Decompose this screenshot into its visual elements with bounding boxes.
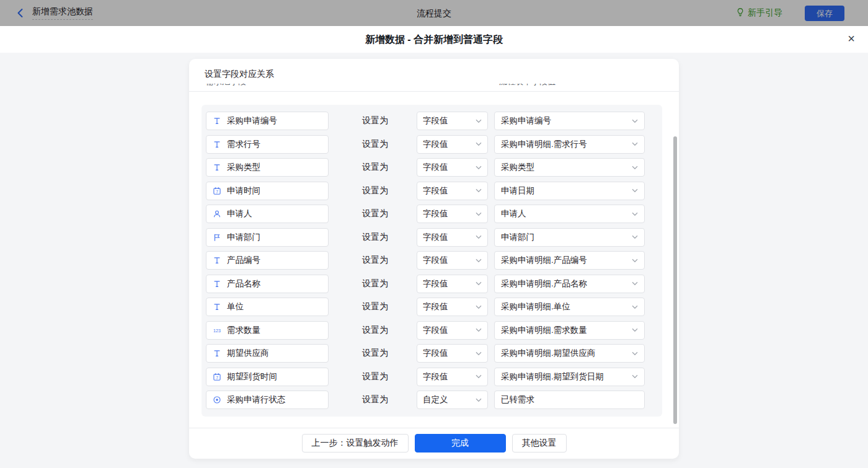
value-text-input[interactable]: 已转需求	[494, 391, 645, 409]
target-field-box[interactable]: 申请部门	[206, 228, 329, 247]
text-field-icon	[212, 117, 222, 125]
value-select[interactable]: 采购申请明细.期望供应商	[494, 344, 645, 363]
header-divider	[189, 91, 679, 92]
mode-select-value: 字段值	[423, 255, 448, 266]
value-select[interactable]: 采购类型	[494, 158, 645, 177]
beginner-guide-link[interactable]: 新手引导	[736, 0, 782, 26]
value-select-value: 采购申请明细.需求数量	[501, 325, 587, 336]
mode-select-value: 自定义	[423, 394, 448, 405]
value-select-value: 采购申请明细.产品编号	[501, 255, 587, 266]
target-field-box[interactable]: 123 需求数量	[206, 321, 329, 340]
save-button[interactable]: 保存	[805, 6, 844, 21]
mode-select[interactable]: 自定义	[417, 391, 488, 409]
mapping-row: 单位 设置为 字段值 采购申请明细.单位	[206, 298, 662, 316]
mapping-row: 期望供应商 设置为 字段值 采购申请明细.期望供应商	[206, 344, 662, 363]
mode-select-value: 字段值	[423, 115, 448, 126]
chevron-down-icon	[632, 235, 638, 239]
finish-button[interactable]: 完成	[415, 434, 506, 453]
text-field-icon	[212, 140, 222, 149]
mapping-row: 需求行号 设置为 字段值 采购申请明细.需求行号	[206, 135, 662, 154]
mode-select[interactable]: 字段值	[417, 251, 488, 270]
mode-select[interactable]: 字段值	[417, 298, 488, 316]
mode-select[interactable]: 字段值	[417, 275, 488, 293]
set-as-label: 设置为	[362, 371, 389, 382]
set-as-label: 设置为	[362, 325, 389, 336]
target-field-box[interactable]: 需求行号	[206, 135, 329, 154]
mode-select[interactable]: 字段值	[417, 368, 488, 386]
value-select[interactable]: 申请部门	[494, 228, 645, 247]
chevron-down-icon	[632, 281, 638, 286]
field-label: 申请时间	[227, 185, 260, 196]
mapping-row: 采购申请行状态 设置为 自定义 已转需求	[206, 391, 662, 409]
calendar-field-icon: 7	[212, 373, 222, 381]
value-select[interactable]: 采购申请明细.产品编号	[494, 251, 645, 270]
mode-select[interactable]: 字段值	[417, 344, 488, 363]
other-settings-button[interactable]: 其他设置	[512, 434, 567, 453]
value-select[interactable]: 申请日期	[494, 182, 645, 200]
field-label: 期望到货时间	[227, 371, 277, 382]
mode-select[interactable]: 字段值	[417, 158, 488, 177]
field-label: 期望供应商	[227, 348, 269, 359]
vertical-scrollbar-thumb[interactable]	[673, 136, 677, 424]
target-field-box[interactable]: 申请人	[206, 205, 329, 223]
target-field-box[interactable]: 采购类型	[206, 158, 329, 177]
mapping-row: 产品编号 设置为 字段值 采购申请明细.产品编号	[206, 251, 662, 270]
mode-select-value: 字段值	[423, 185, 448, 196]
mode-select[interactable]: 字段值	[417, 321, 488, 340]
modal-body: 设置字段对应关系 需求池字段 流程表单字段值 采购申请编号 设置为 字段值 采购…	[0, 53, 868, 468]
field-label: 产品名称	[227, 278, 260, 289]
field-label: 需求数量	[227, 325, 260, 336]
chevron-down-icon	[632, 305, 638, 309]
target-field-box[interactable]: 期望供应商	[206, 344, 329, 363]
value-select[interactable]: 采购申请明细.单位	[494, 298, 645, 316]
mode-select-value: 字段值	[423, 325, 448, 336]
scrolled-column-headers: 需求池字段 流程表单字段值	[189, 84, 679, 88]
mode-select-value: 字段值	[423, 371, 448, 382]
value-select[interactable]: 采购申请明细.需求行号	[494, 135, 645, 154]
mode-select[interactable]: 字段值	[417, 205, 488, 223]
chevron-down-icon	[476, 188, 482, 193]
chevron-down-icon	[476, 328, 482, 332]
value-select[interactable]: 申请人	[494, 205, 645, 223]
mode-select[interactable]: 字段值	[417, 182, 488, 200]
value-select[interactable]: 采购申请明细.期望到货日期	[494, 368, 645, 386]
previous-step-button[interactable]: 上一步：设置触发动作	[302, 434, 409, 453]
mapping-row: 产品名称 设置为 字段值 采购申请明细.产品名称	[206, 275, 662, 293]
column-header-left: 需求池字段	[206, 84, 246, 87]
value-select[interactable]: 采购申请明细.产品名称	[494, 275, 645, 293]
value-select[interactable]: 采购申请编号	[494, 112, 645, 130]
target-field-box[interactable]: 7 期望到货时间	[206, 368, 329, 386]
mapping-row: 申请部门 设置为 字段值 申请部门	[206, 228, 662, 247]
chevron-down-icon	[476, 374, 482, 379]
set-as-label: 设置为	[362, 185, 389, 196]
close-icon[interactable]: ×	[848, 26, 855, 53]
value-select-value: 已转需求	[501, 394, 534, 405]
lightbulb-icon	[736, 7, 745, 19]
svg-text:7: 7	[216, 189, 218, 193]
set-as-label: 设置为	[362, 139, 389, 150]
value-select-value: 申请部门	[501, 232, 534, 243]
value-select-value: 采购申请明细.需求行号	[501, 139, 587, 150]
target-field-box[interactable]: 单位	[206, 298, 329, 316]
target-field-box[interactable]: 产品编号	[206, 251, 329, 270]
target-field-box[interactable]: 产品名称	[206, 275, 329, 293]
value-select-value: 采购申请编号	[501, 115, 551, 126]
target-field-box[interactable]: 7 申请时间	[206, 182, 329, 200]
screen: 新增需求池数据 流程提交 新手引导 保存 新增数据 - 合并新增到普通字段 × …	[0, 0, 868, 468]
calendar-field-icon: 7	[212, 187, 222, 195]
number-field-icon: 123	[212, 326, 222, 335]
chevron-down-icon	[632, 119, 638, 123]
mode-select[interactable]: 字段值	[417, 112, 488, 130]
svg-text:123: 123	[213, 328, 221, 333]
mode-select[interactable]: 字段值	[417, 135, 488, 154]
target-field-box[interactable]: 采购申请行状态	[206, 391, 329, 409]
value-select-value: 采购申请明细.期望到货日期	[501, 371, 604, 382]
value-select-value: 申请日期	[501, 185, 534, 196]
value-select-value: 采购申请明细.期望供应商	[501, 348, 595, 359]
target-field-box[interactable]: 采购申请编号	[206, 112, 329, 130]
chevron-down-icon	[632, 328, 638, 332]
mode-select[interactable]: 字段值	[417, 228, 488, 247]
mode-select-value: 字段值	[423, 301, 448, 312]
value-select[interactable]: 采购申请明细.需求数量	[494, 321, 645, 340]
chevron-down-icon	[632, 351, 638, 356]
